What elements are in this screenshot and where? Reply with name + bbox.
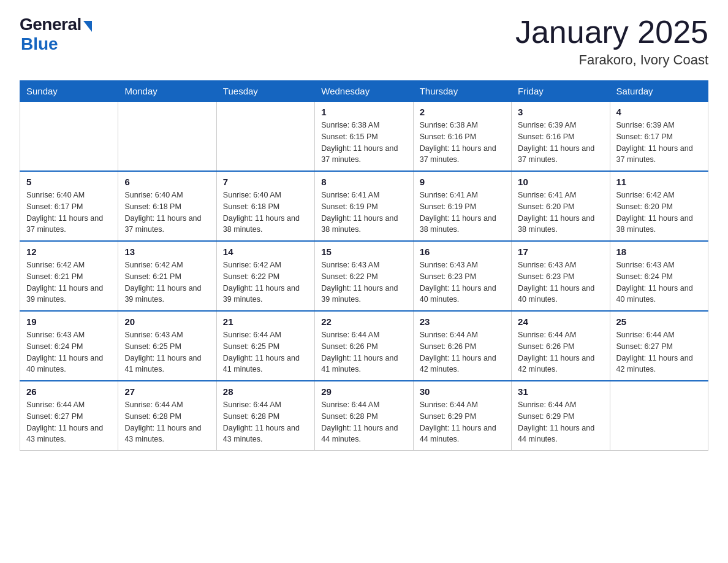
calendar-cell: 29Sunrise: 6:44 AMSunset: 6:28 PMDayligh…: [315, 381, 413, 451]
day-info: Sunrise: 6:44 AMSunset: 6:27 PMDaylight:…: [616, 329, 702, 375]
calendar-cell: [610, 381, 708, 451]
day-info: Sunrise: 6:43 AMSunset: 6:22 PMDaylight:…: [321, 259, 406, 305]
calendar-cell: 24Sunrise: 6:44 AMSunset: 6:26 PMDayligh…: [512, 311, 610, 381]
day-number: 19: [26, 316, 112, 327]
day-info: Sunrise: 6:43 AMSunset: 6:24 PMDaylight:…: [26, 329, 112, 375]
calendar-cell: 31Sunrise: 6:44 AMSunset: 6:29 PMDayligh…: [512, 381, 610, 451]
calendar-cell: 30Sunrise: 6:44 AMSunset: 6:29 PMDayligh…: [413, 381, 511, 451]
day-number: 25: [616, 316, 702, 327]
calendar-cell: [118, 102, 216, 172]
day-info: Sunrise: 6:41 AMSunset: 6:19 PMDaylight:…: [420, 190, 505, 236]
header-day-tuesday: Tuesday: [216, 81, 314, 102]
day-number: 15: [321, 247, 406, 257]
header-day-wednesday: Wednesday: [315, 81, 413, 102]
header-day-sunday: Sunday: [20, 81, 118, 102]
day-number: 3: [518, 107, 603, 117]
day-number: 12: [26, 247, 112, 257]
calendar-cell: 26Sunrise: 6:44 AMSunset: 6:27 PMDayligh…: [20, 381, 118, 451]
day-info: Sunrise: 6:40 AMSunset: 6:18 PMDaylight:…: [124, 190, 210, 236]
day-number: 21: [223, 316, 308, 327]
day-info: Sunrise: 6:44 AMSunset: 6:26 PMDaylight:…: [420, 329, 505, 375]
day-number: 27: [124, 386, 210, 397]
day-info: Sunrise: 6:44 AMSunset: 6:26 PMDaylight:…: [321, 329, 406, 375]
day-info: Sunrise: 6:41 AMSunset: 6:20 PMDaylight:…: [518, 190, 603, 236]
calendar-cell: 1Sunrise: 6:38 AMSunset: 6:15 PMDaylight…: [315, 102, 413, 172]
day-info: Sunrise: 6:44 AMSunset: 6:25 PMDaylight:…: [223, 329, 308, 375]
calendar-cell: 12Sunrise: 6:42 AMSunset: 6:21 PMDayligh…: [20, 241, 118, 311]
calendar-body: 1Sunrise: 6:38 AMSunset: 6:15 PMDaylight…: [20, 102, 708, 451]
calendar-cell: 23Sunrise: 6:44 AMSunset: 6:26 PMDayligh…: [413, 311, 511, 381]
logo-general-text: General: [20, 15, 82, 34]
calendar-cell: 4Sunrise: 6:39 AMSunset: 6:17 PMDaylight…: [610, 102, 708, 172]
calendar-cell: 8Sunrise: 6:41 AMSunset: 6:19 PMDaylight…: [315, 171, 413, 241]
header-day-saturday: Saturday: [610, 81, 708, 102]
month-title: January 2025: [515, 15, 708, 50]
page-header: General Blue January 2025 Farakoro, Ivor…: [20, 15, 708, 68]
day-info: Sunrise: 6:43 AMSunset: 6:23 PMDaylight:…: [518, 259, 603, 305]
calendar-cell: 21Sunrise: 6:44 AMSunset: 6:25 PMDayligh…: [216, 311, 314, 381]
day-info: Sunrise: 6:44 AMSunset: 6:27 PMDaylight:…: [26, 399, 112, 445]
day-info: Sunrise: 6:39 AMSunset: 6:17 PMDaylight:…: [616, 120, 702, 166]
calendar-cell: 6Sunrise: 6:40 AMSunset: 6:18 PMDaylight…: [118, 171, 216, 241]
day-info: Sunrise: 6:40 AMSunset: 6:18 PMDaylight:…: [223, 190, 308, 236]
day-number: 9: [420, 177, 505, 187]
calendar-cell: [20, 102, 118, 172]
calendar-cell: 14Sunrise: 6:42 AMSunset: 6:22 PMDayligh…: [216, 241, 314, 311]
calendar-cell: 9Sunrise: 6:41 AMSunset: 6:19 PMDaylight…: [413, 171, 511, 241]
logo: General Blue: [20, 15, 92, 54]
week-row-5: 26Sunrise: 6:44 AMSunset: 6:27 PMDayligh…: [20, 381, 708, 451]
day-info: Sunrise: 6:43 AMSunset: 6:24 PMDaylight:…: [616, 259, 702, 305]
calendar-cell: 7Sunrise: 6:40 AMSunset: 6:18 PMDaylight…: [216, 171, 314, 241]
calendar-cell: 3Sunrise: 6:39 AMSunset: 6:16 PMDaylight…: [512, 102, 610, 172]
calendar-cell: 5Sunrise: 6:40 AMSunset: 6:17 PMDaylight…: [20, 171, 118, 241]
day-info: Sunrise: 6:44 AMSunset: 6:29 PMDaylight:…: [420, 399, 505, 445]
calendar-cell: 15Sunrise: 6:43 AMSunset: 6:22 PMDayligh…: [315, 241, 413, 311]
header-row: SundayMondayTuesdayWednesdayThursdayFrid…: [20, 81, 708, 102]
day-number: 18: [616, 247, 702, 257]
day-number: 10: [518, 177, 603, 187]
calendar-cell: 19Sunrise: 6:43 AMSunset: 6:24 PMDayligh…: [20, 311, 118, 381]
day-number: 2: [420, 107, 505, 117]
calendar-table: SundayMondayTuesdayWednesdayThursdayFrid…: [20, 80, 708, 451]
calendar-cell: [216, 102, 314, 172]
calendar-cell: 13Sunrise: 6:42 AMSunset: 6:21 PMDayligh…: [118, 241, 216, 311]
day-number: 22: [321, 316, 406, 327]
calendar-cell: 2Sunrise: 6:38 AMSunset: 6:16 PMDaylight…: [413, 102, 511, 172]
day-info: Sunrise: 6:43 AMSunset: 6:25 PMDaylight:…: [124, 329, 210, 375]
day-number: 23: [420, 316, 505, 327]
day-info: Sunrise: 6:40 AMSunset: 6:17 PMDaylight:…: [26, 190, 112, 236]
day-number: 29: [321, 386, 406, 397]
day-info: Sunrise: 6:44 AMSunset: 6:28 PMDaylight:…: [124, 399, 210, 445]
day-info: Sunrise: 6:42 AMSunset: 6:20 PMDaylight:…: [616, 190, 702, 236]
day-number: 4: [616, 107, 702, 117]
day-number: 31: [518, 386, 603, 397]
day-number: 7: [223, 177, 308, 187]
header-day-friday: Friday: [512, 81, 610, 102]
day-number: 28: [223, 386, 308, 397]
day-number: 26: [26, 386, 112, 397]
week-row-4: 19Sunrise: 6:43 AMSunset: 6:24 PMDayligh…: [20, 311, 708, 381]
day-info: Sunrise: 6:44 AMSunset: 6:26 PMDaylight:…: [518, 329, 603, 375]
day-info: Sunrise: 6:41 AMSunset: 6:19 PMDaylight:…: [321, 190, 406, 236]
day-info: Sunrise: 6:38 AMSunset: 6:15 PMDaylight:…: [321, 120, 406, 166]
day-info: Sunrise: 6:42 AMSunset: 6:21 PMDaylight:…: [26, 259, 112, 305]
calendar-cell: 20Sunrise: 6:43 AMSunset: 6:25 PMDayligh…: [118, 311, 216, 381]
calendar-cell: 22Sunrise: 6:44 AMSunset: 6:26 PMDayligh…: [315, 311, 413, 381]
day-number: 16: [420, 247, 505, 257]
day-info: Sunrise: 6:44 AMSunset: 6:28 PMDaylight:…: [223, 399, 308, 445]
calendar-cell: 25Sunrise: 6:44 AMSunset: 6:27 PMDayligh…: [610, 311, 708, 381]
week-row-1: 1Sunrise: 6:38 AMSunset: 6:15 PMDaylight…: [20, 102, 708, 172]
calendar-cell: 10Sunrise: 6:41 AMSunset: 6:20 PMDayligh…: [512, 171, 610, 241]
calendar-header: SundayMondayTuesdayWednesdayThursdayFrid…: [20, 81, 708, 102]
location: Farakoro, Ivory Coast: [515, 52, 708, 68]
calendar-cell: 16Sunrise: 6:43 AMSunset: 6:23 PMDayligh…: [413, 241, 511, 311]
day-number: 20: [124, 316, 210, 327]
calendar-cell: 27Sunrise: 6:44 AMSunset: 6:28 PMDayligh…: [118, 381, 216, 451]
day-number: 13: [124, 247, 210, 257]
day-number: 30: [420, 386, 505, 397]
day-info: Sunrise: 6:42 AMSunset: 6:22 PMDaylight:…: [223, 259, 308, 305]
calendar-cell: 17Sunrise: 6:43 AMSunset: 6:23 PMDayligh…: [512, 241, 610, 311]
week-row-3: 12Sunrise: 6:42 AMSunset: 6:21 PMDayligh…: [20, 241, 708, 311]
day-number: 1: [321, 107, 406, 117]
day-info: Sunrise: 6:39 AMSunset: 6:16 PMDaylight:…: [518, 120, 603, 166]
